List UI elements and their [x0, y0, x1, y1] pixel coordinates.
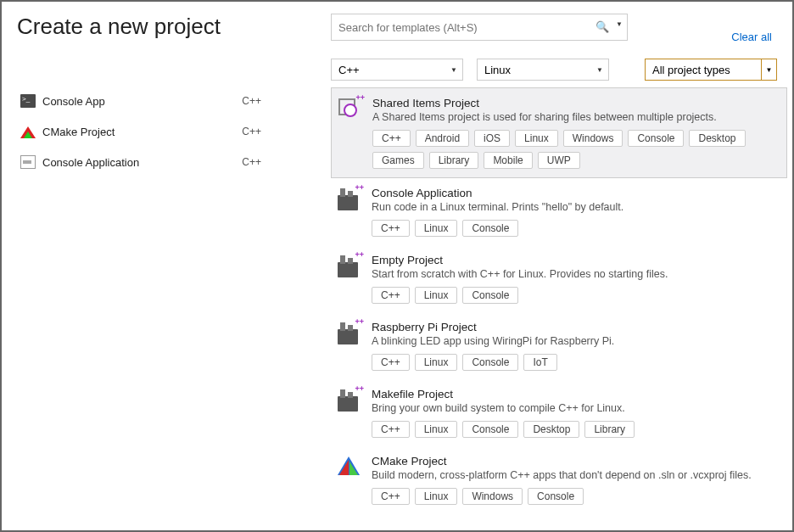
template-body: Raspberry Pi ProjectA blinking LED app u…: [372, 321, 779, 371]
template-item[interactable]: ++Makefile ProjectBring your own build s…: [331, 379, 787, 446]
tag: Library: [584, 421, 635, 438]
template-desc: Run code in a Linux terminal. Prints "he…: [372, 201, 779, 213]
tag: Desktop: [523, 421, 579, 438]
template-tags: C++LinuxConsole: [372, 287, 779, 304]
tag: C++: [372, 354, 410, 371]
template-desc: Start from scratch with C++ for Linux. P…: [372, 268, 779, 280]
tag: Desktop: [689, 130, 745, 147]
page-title: Create a new project: [17, 14, 331, 40]
template-body: Console ApplicationRun code in a Linux t…: [372, 187, 779, 237]
recent-item-lang: C++: [242, 95, 261, 107]
template-tags: C++LinuxConsoleDesktopLibrary: [372, 421, 779, 438]
template-name: Console Application: [372, 187, 779, 199]
templates-column[interactable]: ++Shared Items ProjectA Shared Items pro…: [331, 87, 792, 530]
filter-platform-label: Linux: [484, 64, 511, 76]
chevron-down-icon: ▼: [596, 66, 603, 74]
tag: Linux: [415, 421, 458, 438]
shared-icon: ++: [338, 97, 362, 120]
template-body: Makefile ProjectBring your own build sys…: [372, 388, 779, 438]
filter-platform[interactable]: Linux ▼: [477, 59, 609, 81]
tag: Windows: [563, 130, 623, 147]
template-item[interactable]: ++Shared Items ProjectA Shared Items pro…: [331, 87, 787, 178]
tag: Linux: [415, 287, 458, 304]
template-body: Shared Items ProjectA Shared Items proje…: [372, 97, 778, 169]
template-tags: C++LinuxConsole: [372, 220, 779, 237]
tag: Console: [462, 421, 518, 438]
tag: Linux: [415, 488, 458, 505]
recent-item[interactable]: Console AppC++: [17, 87, 316, 116]
clear-all-link[interactable]: Clear all: [731, 14, 777, 43]
template-tags: C++LinuxWindowsConsole: [372, 488, 779, 505]
template-body: CMake ProjectBuild modern, cross-platfor…: [372, 455, 779, 505]
tag: Linux: [415, 354, 458, 371]
recent-item-label: Console App: [42, 95, 242, 108]
cmake-icon: [338, 455, 361, 479]
template-name: Makefile Project: [372, 388, 779, 400]
tag: Console: [628, 130, 684, 147]
linux-icon: ++: [338, 321, 361, 344]
template-desc: Bring your own build system to compile C…: [372, 402, 779, 414]
tag: Console: [528, 488, 584, 505]
tag: UWP: [538, 152, 580, 169]
chevron-down-icon: ▼: [450, 66, 457, 74]
tag: C++: [372, 220, 410, 237]
tag: C++: [372, 287, 410, 304]
recent-item-label: Console Application: [42, 156, 242, 169]
recent-item-lang: C++: [242, 126, 261, 137]
recent-item[interactable]: CMake ProjectC++: [17, 116, 316, 147]
filter-project-type[interactable]: All project types ▼: [645, 59, 777, 81]
filter-project-type-label: All project types: [652, 64, 730, 76]
tag: Linux: [415, 220, 458, 237]
recent-item[interactable]: Console ApplicationC++: [17, 147, 316, 177]
template-desc: Build modern, cross-platform C++ apps th…: [372, 469, 779, 481]
main-area: Recent project templates Console AppC++C…: [2, 87, 792, 530]
template-name: CMake Project: [372, 455, 779, 468]
template-name: Shared Items Project: [372, 97, 778, 109]
search-wrap: 🔍 ▼: [331, 14, 628, 41]
tag: C++: [372, 421, 410, 438]
cmake-icon: [20, 125, 36, 138]
filter-language[interactable]: C++ ▼: [331, 59, 463, 81]
search-input[interactable]: [331, 14, 628, 41]
template-item[interactable]: ++Empty ProjectStart from scratch with C…: [331, 245, 787, 312]
tag: C++: [372, 130, 411, 147]
recent-column: Recent project templates Console AppC++C…: [2, 87, 331, 530]
top-row: Create a new project 🔍 ▼ Clear all: [2, 2, 792, 43]
tag: Android: [416, 130, 469, 147]
tag: iOS: [474, 130, 510, 147]
tag: Library: [429, 152, 479, 169]
template-tags: C++LinuxConsoleIoT: [372, 354, 779, 371]
template-tags: C++AndroidiOSLinuxWindowsConsoleDesktopG…: [372, 130, 778, 169]
template-item[interactable]: ++Raspberry Pi ProjectA blinking LED app…: [331, 312, 787, 379]
tag: Console: [462, 354, 518, 371]
chevron-down-icon: ▼: [761, 59, 776, 80]
tag: Windows: [462, 488, 523, 505]
linux-icon: ++: [338, 388, 361, 412]
template-item[interactable]: ++Console ApplicationRun code in a Linux…: [331, 178, 787, 245]
recent-item-lang: C++: [242, 156, 261, 168]
new-project-window: Create a new project 🔍 ▼ Clear all C++ ▼…: [0, 0, 794, 532]
template-desc: A Shared Items project is used for shari…: [372, 111, 778, 123]
tag: C++: [372, 488, 410, 505]
filter-language-label: C++: [338, 64, 360, 76]
linux-icon: ++: [338, 187, 361, 210]
tag: Console: [462, 220, 518, 237]
recent-item-label: CMake Project: [42, 126, 242, 138]
template-item[interactable]: CMake ProjectBuild modern, cross-platfor…: [331, 446, 787, 513]
template-body: Empty ProjectStart from scratch with C++…: [372, 254, 779, 304]
template-name: Raspberry Pi Project: [372, 321, 779, 333]
tag: IoT: [523, 354, 556, 371]
console-icon: [20, 94, 36, 108]
linux-icon: ++: [338, 254, 361, 277]
tag: Console: [462, 287, 518, 304]
capp-icon: [20, 155, 36, 169]
filters-row: C++ ▼ Linux ▼ All project types ▼: [2, 43, 792, 87]
tag: Linux: [515, 130, 558, 147]
template-name: Empty Project: [372, 254, 779, 266]
template-desc: A blinking LED app using WiringPi for Ra…: [372, 335, 779, 347]
tag: Mobile: [484, 152, 532, 169]
tag: Games: [372, 152, 424, 169]
